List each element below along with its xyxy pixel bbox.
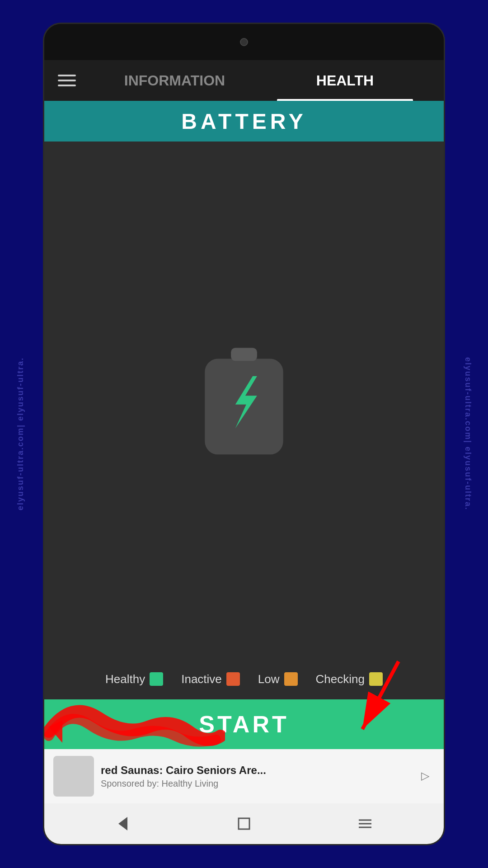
ad-image <box>53 756 94 797</box>
legend-area: Healthy Inactive Low Checking <box>44 659 444 699</box>
phone-top-bar <box>44 24 444 60</box>
tab-health[interactable]: HEALTH <box>260 60 430 101</box>
battery-icon-wrapper <box>199 341 289 459</box>
legend-healthy-color <box>150 672 163 686</box>
svg-rect-0 <box>205 359 283 455</box>
svg-rect-1 <box>231 348 257 361</box>
ad-title: red Saunas: Cairo Seniors Are... <box>101 764 414 777</box>
phone-container: INFORMATION HEALTH BATTERY <box>43 23 445 845</box>
legend-checking: Checking <box>316 672 383 686</box>
tabs-container: INFORMATION HEALTH <box>89 60 430 101</box>
tab-bar: INFORMATION HEALTH <box>44 60 444 101</box>
legend-low-label: Low <box>258 672 280 686</box>
legend-healthy: Healthy <box>105 672 163 686</box>
watermark-right: elyusuf-ultra.com| elyusuf-ultra. <box>447 0 488 868</box>
svg-marker-3 <box>118 817 127 830</box>
watermark-right-text: elyusuf-ultra.com| elyusuf-ultra. <box>463 357 473 510</box>
ad-text-content: red Saunas: Cairo Seniors Are... Sponsor… <box>101 764 414 789</box>
legend-healthy-label: Healthy <box>105 672 145 686</box>
legend-low: Low <box>258 672 298 686</box>
nav-home-icon[interactable] <box>233 812 255 835</box>
legend-inactive-color <box>226 672 240 686</box>
start-button-label: START <box>199 711 289 738</box>
battery-header: BATTERY <box>44 101 444 142</box>
app-content: INFORMATION HEALTH BATTERY <box>44 60 444 844</box>
svg-rect-4 <box>239 818 249 829</box>
legend-low-color <box>284 672 298 686</box>
nav-back-icon[interactable] <box>112 812 134 835</box>
legend-inactive-label: Inactive <box>181 672 222 686</box>
start-button[interactable]: START <box>44 699 444 749</box>
nav-menu-icon[interactable] <box>354 812 376 835</box>
tab-information[interactable]: INFORMATION <box>89 60 260 101</box>
ad-banner[interactable]: red Saunas: Cairo Seniors Are... Sponsor… <box>44 749 444 803</box>
legend-checking-color <box>369 672 383 686</box>
watermark-left-text: elyusuf-ultra.com| elyusuf-ultra. <box>16 357 25 510</box>
watermark-left: elyusuf-ultra.com| elyusuf-ultra. <box>0 0 41 868</box>
ad-close-icon[interactable]: ▷ <box>421 769 435 783</box>
camera-dot <box>240 38 248 46</box>
nav-bar <box>44 803 444 844</box>
legend-inactive: Inactive <box>181 672 240 686</box>
main-area <box>44 142 444 659</box>
legend-checking-label: Checking <box>316 672 365 686</box>
battery-title: BATTERY <box>181 109 306 134</box>
battery-icon <box>199 341 289 459</box>
menu-icon[interactable] <box>58 75 76 86</box>
ad-sponsor: Sponsored by: Healthy Living <box>101 778 414 789</box>
